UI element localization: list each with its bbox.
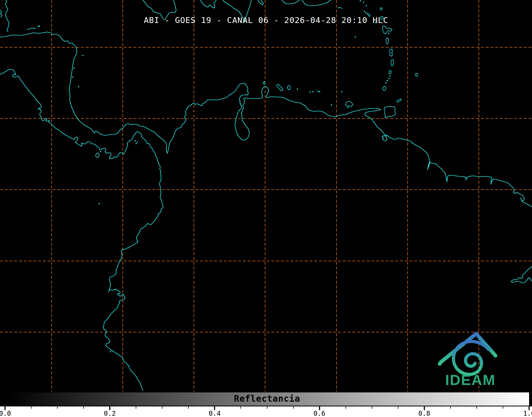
islet-dot xyxy=(363,2,364,3)
colorbar-minor-tick xyxy=(240,406,241,409)
colorbar-minor-tick xyxy=(162,406,162,409)
islet-dot xyxy=(110,351,111,352)
satellite-map: ABI - GOES 19 - CANAL 06 - 2026-04-28 20… xyxy=(0,0,532,392)
colorbar-label: Reflectancia xyxy=(234,393,300,404)
island-guadeloupe xyxy=(382,26,392,34)
islet-dot xyxy=(389,76,391,77)
satellite-image-viewer: ABI - GOES 19 - CANAL 06 - 2026-04-28 20… xyxy=(0,0,532,417)
colorbar-minor-tick xyxy=(476,406,477,409)
island-guanaja xyxy=(38,25,40,27)
colorbar-minor-tick xyxy=(372,406,372,409)
island-curacao xyxy=(277,84,283,91)
colorbar-tick-label: 0.0 xyxy=(0,410,11,417)
islet-dot xyxy=(341,91,343,93)
islets xyxy=(72,0,391,352)
coastline-puerto-rico-west xyxy=(282,0,299,4)
islet-dot xyxy=(74,68,75,69)
coastline-belize-coast-fragment xyxy=(5,0,9,32)
islet-dot xyxy=(312,91,314,93)
island-aruba xyxy=(263,81,265,85)
island-barbados xyxy=(415,73,418,76)
colorbar-tick-label: 1.0 xyxy=(523,410,532,417)
islet-dot xyxy=(99,203,100,204)
islet-dot xyxy=(366,5,367,7)
islet-dot xyxy=(137,141,138,143)
ideam-logo: IDEAM xyxy=(437,329,501,392)
islet-dot xyxy=(82,55,84,56)
island-grenada xyxy=(383,86,386,90)
colorbar-minor-tick xyxy=(345,406,346,409)
coastline-pacific-mainland-coast xyxy=(0,69,163,391)
island-bonaire xyxy=(287,85,290,90)
colorbar-axis: 0.00.20.40.60.81.0 xyxy=(0,406,532,417)
colorbar-minor-tick xyxy=(503,406,503,409)
coastline-left-edge-fragment xyxy=(0,10,2,17)
colorbar-minor-tick xyxy=(267,406,267,409)
ideam-wordmark: IDEAM xyxy=(445,372,495,388)
island-martinique xyxy=(389,49,393,56)
islet-dot xyxy=(365,12,367,14)
island-coiba xyxy=(96,153,99,158)
colorbar-minor-tick xyxy=(57,406,58,409)
islet-dot xyxy=(355,36,356,38)
islet-dot xyxy=(388,78,390,79)
coastline-mona-island xyxy=(258,0,263,5)
island-st-vincent xyxy=(389,70,391,74)
islet-dot xyxy=(360,0,361,2)
reflectance-colorbar: Reflectancia xyxy=(4,392,530,406)
island-margarita xyxy=(345,101,353,107)
colorbar-minor-tick xyxy=(450,406,451,409)
coastline-hispaniola-south-coast-mid xyxy=(201,0,216,8)
islands xyxy=(38,8,418,158)
islet-dot xyxy=(388,33,390,34)
islet-dot xyxy=(136,143,137,144)
island-trinidad xyxy=(384,107,395,118)
coastline-roatan-island xyxy=(27,28,35,30)
island-barbuda xyxy=(380,8,382,10)
colorbar-minor-tick xyxy=(188,406,189,409)
colorbar-minor-tick xyxy=(31,406,31,409)
colorbar-minor-tick xyxy=(293,406,294,409)
islet-dot xyxy=(385,82,387,84)
islet-dot xyxy=(364,11,365,12)
hurricane-spiral-icon xyxy=(453,341,489,374)
coastline-vieques-island xyxy=(338,7,342,8)
islet-dot xyxy=(297,89,298,90)
image-title-label: ABI - GOES 19 - CANAL 06 - 2026-04-28 20… xyxy=(144,15,388,25)
coastline-puerto-rico-south-coast xyxy=(302,0,331,6)
colorbar-tick-label: 0.2 xyxy=(104,410,116,417)
islet-dot xyxy=(135,140,136,142)
islet-dot xyxy=(317,91,319,92)
coastline-caribbean-mainland-coast xyxy=(0,32,532,207)
islet-dot xyxy=(387,80,388,81)
island-tobago xyxy=(397,99,401,102)
colorbar-tick-label: 0.6 xyxy=(313,410,325,417)
colorbar-minor-tick xyxy=(136,406,136,409)
islet-dot xyxy=(100,151,101,152)
islet-dot xyxy=(331,104,332,106)
islet-dot xyxy=(78,86,79,88)
coastline-amazon-mouth-coast xyxy=(511,267,532,283)
islet-dot xyxy=(310,91,311,93)
islet-dot xyxy=(72,77,74,78)
islet-dot xyxy=(319,91,320,93)
colorbar-tick-label: 0.4 xyxy=(209,410,221,417)
colorbar-minor-tick xyxy=(83,406,84,409)
island-dominica xyxy=(386,38,389,44)
colorbar-tick-label: 0.8 xyxy=(418,410,430,417)
island-st-lucia xyxy=(391,59,394,66)
islet-dot xyxy=(348,107,349,108)
colorbar-minor-tick xyxy=(398,406,398,409)
